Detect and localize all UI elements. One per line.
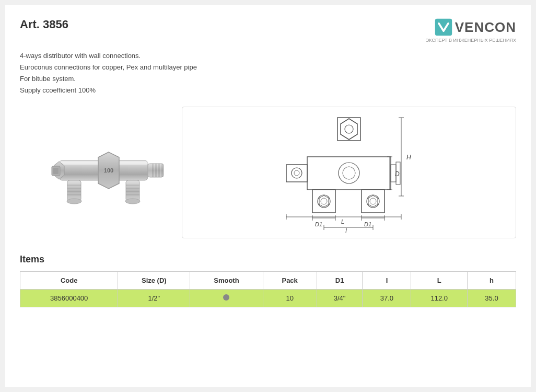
col-header-code: Code [20,272,118,290]
svg-rect-20 [126,191,139,192]
svg-text:100: 100 [104,167,113,174]
product-photo-svg: 100 [28,120,169,219]
svg-rect-19 [126,188,139,189]
cell-size: 1/2" [118,290,190,307]
svg-rect-18 [126,185,139,186]
desc-line4: Supply ccoefficient 100% [20,85,516,96]
cell-l: 112.0 [411,290,468,307]
svg-rect-14 [67,188,81,189]
product-section: 100 [20,107,516,238]
logo-tagline: ЭКСПЕРТ В ИНЖЕНЕРНЫХ РЕШЕНИЯХ [426,38,516,43]
svg-rect-13 [67,185,81,186]
diagram-area: H D [182,107,516,238]
col-header-pack: Pack [263,272,317,290]
svg-rect-6 [152,164,154,177]
svg-text:D1: D1 [364,221,371,227]
cell-smooth [190,290,263,307]
svg-rect-21 [126,194,139,195]
svg-rect-8 [158,164,160,177]
svg-rect-7 [155,164,157,177]
col-header-i: I [363,272,411,290]
logo-container: VENCON ЭКСПЕРТ В ИНЖЕНЕРНЫХ РЕШЕНИЯХ [426,18,516,43]
table-row: 3856000400 1/2" 10 3/4" 37.0 112.0 35.0 [20,290,516,307]
col-header-size: Size (D) [118,272,190,290]
svg-point-22 [67,199,81,204]
description: 4-ways distributor with wall connections… [20,50,516,96]
col-header-smooth: Smooth [190,272,263,290]
smooth-dot-indicator [223,294,229,301]
svg-rect-26 [250,112,448,233]
items-title: Items [20,254,516,265]
svg-rect-16 [67,194,81,195]
table-header-row: Code Size (D) Smooth Pack D1 I L h [20,272,516,290]
items-table: Code Size (D) Smooth Pack D1 I L h 38560… [20,271,516,307]
desc-line1: 4-ways distributor with wall connections… [20,50,516,62]
svg-text:L: L [341,218,344,225]
svg-rect-9 [161,164,163,177]
cell-h: 35.0 [467,290,516,307]
page-container: Art. 3856 VENCON ЭКСПЕРТ В ИНЖЕНЕРНЫХ РЕ… [5,5,531,387]
col-header-d1: D1 [317,272,363,290]
svg-text:D1: D1 [315,221,322,227]
desc-line3: For bitube system. [20,73,516,85]
col-header-l: L [411,272,468,290]
product-image-area: 100 [20,107,177,232]
logo-text: VENCON [455,19,516,36]
items-section: Items Code Size (D) Smooth Pack D1 I L h… [20,254,516,307]
svg-rect-0 [435,19,452,36]
technical-diagram-svg: H D [250,112,448,233]
svg-text:I: I [345,227,347,233]
logo-icon [434,18,453,37]
art-title: Art. 3856 [20,18,68,31]
svg-point-23 [125,199,140,204]
desc-line2: Euroconus connections for copper, Pex an… [20,62,516,73]
svg-text:D: D [395,170,400,178]
cell-d1: 3/4" [317,290,363,307]
svg-rect-15 [67,191,81,192]
logo-box: VENCON [434,18,516,37]
svg-text:H: H [406,154,411,161]
cell-i: 37.0 [363,290,411,307]
svg-rect-25 [53,168,59,174]
cell-code: 3856000400 [20,290,118,307]
col-header-h: h [467,272,516,290]
header-row: Art. 3856 VENCON ЭКСПЕРТ В ИНЖЕНЕРНЫХ РЕ… [20,18,516,43]
cell-pack: 10 [263,290,317,307]
